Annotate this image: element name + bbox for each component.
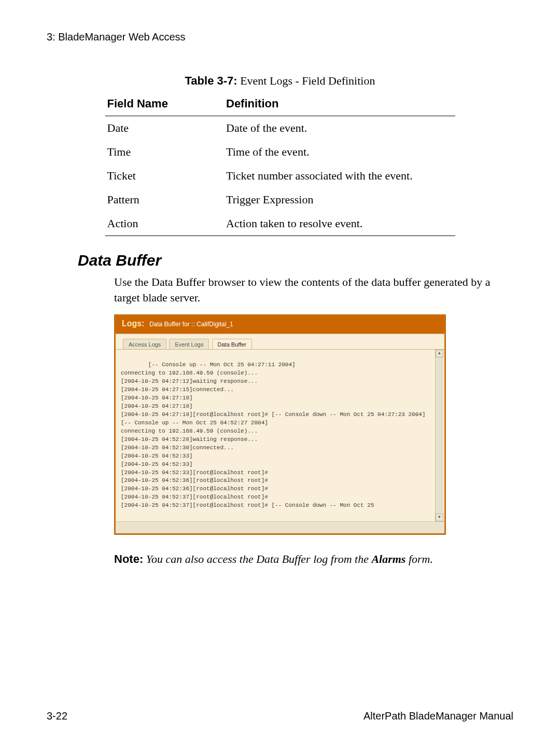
cell-field: Pattern (105, 188, 225, 212)
cell-def: Date of the event. (224, 116, 455, 141)
cell-field: Action (105, 212, 225, 236)
note-label: Note: (114, 552, 143, 565)
table-row: Date Date of the event. (105, 116, 455, 141)
scroll-down-icon[interactable]: ▼ (436, 514, 443, 521)
footer-page-number: 3-22 (47, 710, 67, 722)
logs-title-word: Logs: (122, 319, 145, 328)
tab-event-logs[interactable]: Event Logs (169, 339, 209, 350)
cell-def: Ticket number associated with the event. (224, 164, 455, 188)
section-paragraph: Use the Data Buffer browser to view the … (114, 274, 513, 305)
note-text-post: form. (405, 552, 433, 565)
th-definition: Definition (224, 94, 455, 116)
th-field-name: Field Name (105, 94, 225, 116)
logs-scrollbar[interactable]: ▲ ▼ (435, 350, 443, 521)
logs-text-area[interactable]: [-- Console up -- Mon Oct 25 04:27:11 20… (116, 349, 444, 521)
table-row: Time Time of the event. (105, 140, 455, 164)
table-caption-label: Table 3-7: (185, 74, 237, 87)
table-row: Ticket Ticket number associated with the… (105, 164, 455, 188)
section-title-data-buffer: Data Buffer (78, 252, 513, 269)
cell-def: Action taken to resolve event. (224, 212, 455, 236)
page: 3: BladeManager Web Access Table 3-7: Ev… (0, 0, 560, 747)
field-definition-table: Field Name Definition Date Date of the e… (105, 94, 455, 236)
cell-field: Time (105, 140, 225, 164)
note-text-pre: You can also access the Data Buffer log … (143, 552, 371, 565)
logs-panel-footer (116, 521, 444, 533)
logs-title-target: Data Buffer for :: CalifDigital_1 (149, 321, 233, 328)
note-paragraph: Note: You can also access the Data Buffe… (114, 552, 513, 566)
table-caption-text: Event Logs - Field Definition (237, 74, 375, 87)
logs-panel-header: Logs: Data Buffer for :: CalifDigital_1 (116, 316, 444, 334)
scroll-up-icon[interactable]: ▲ (436, 350, 443, 357)
table-header-row: Field Name Definition (105, 94, 455, 116)
table-row: Pattern Trigger Expression (105, 188, 455, 212)
table-row: Action Action taken to resolve event. (105, 212, 455, 236)
running-head: 3: BladeManager Web Access (47, 31, 513, 43)
table-caption: Table 3-7: Event Logs - Field Definition (47, 74, 513, 88)
footer-manual-title: AlterPath BladeManager Manual (363, 710, 513, 722)
tab-data-buffer[interactable]: Data Buffer (212, 339, 252, 350)
logs-screenshot: Logs: Data Buffer for :: CalifDigital_1 … (114, 314, 446, 535)
cell-field: Ticket (105, 164, 225, 188)
cell-def: Time of the event. (224, 140, 455, 164)
note-text-bold: Alarms (371, 552, 405, 565)
tab-access-logs[interactable]: Access Logs (123, 339, 166, 350)
cell-field: Date (105, 116, 225, 141)
logs-panel: Logs: Data Buffer for :: CalifDigital_1 … (115, 315, 445, 534)
logs-tab-row: Access Logs Event Logs Data Buffer (116, 334, 444, 349)
page-footer: 3-22 AlterPath BladeManager Manual (47, 710, 513, 722)
cell-def: Trigger Expression (224, 188, 455, 212)
